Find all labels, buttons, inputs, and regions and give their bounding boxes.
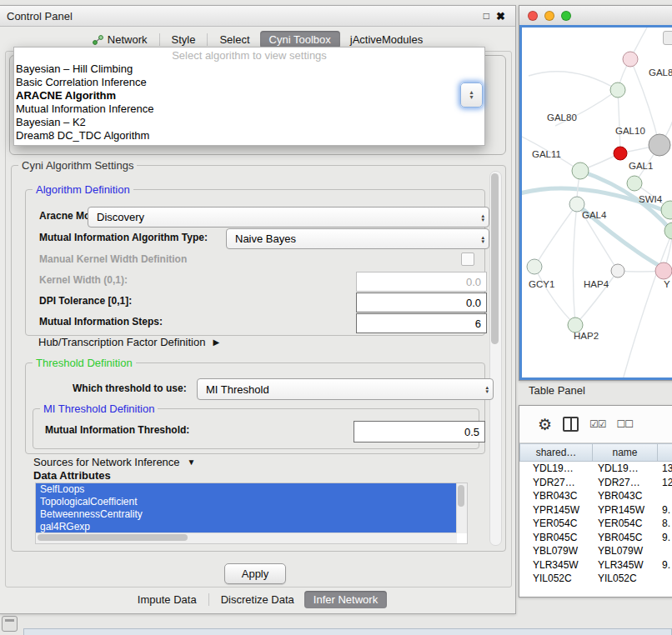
tab-select[interactable]: Select	[210, 31, 258, 48]
tab-network[interactable]: Network	[83, 31, 157, 48]
network-node[interactable]	[655, 262, 672, 279]
network-node[interactable]	[611, 264, 624, 278]
close-button[interactable]	[528, 11, 538, 21]
network-edge[interactable]	[618, 90, 620, 153]
table-cell: YBL079W	[593, 544, 658, 558]
network-canvas[interactable]: GAL8GAL80GAL10GAL11GAL1SWI4GAL4GCY1HAP4Y…	[522, 28, 672, 378]
minimize-button[interactable]	[544, 11, 554, 21]
algorithm-option[interactable]: ARACNE Algorithm	[14, 89, 484, 102]
table-row[interactable]: YPR145WYPR145W9.	[519, 503, 672, 518]
settings-scrollbar-thumb[interactable]	[491, 173, 499, 344]
hub-definition-expander[interactable]: Hub/Transcription Factor Definition ▶	[38, 336, 219, 348]
table-row[interactable]: YDL19…YDL19…13	[519, 462, 672, 476]
table-cell	[658, 572, 672, 586]
data-attributes-rows: SelfLoopsTopologicalCoefficientBetweenne…	[36, 483, 457, 533]
chevron-down-icon: ▼	[188, 458, 196, 467]
network-node[interactable]	[627, 176, 642, 191]
network-node[interactable]	[610, 82, 625, 98]
table-cell: YBR043C	[519, 489, 593, 503]
close-icon[interactable]: ✖	[493, 10, 509, 22]
table-header: shared… name	[519, 443, 672, 462]
stepper-icon: ▴▾	[481, 235, 484, 243]
table-row[interactable]: YER054CYER054C8.	[519, 517, 672, 531]
data-attribute-item[interactable]: gal4RGexp	[36, 521, 457, 533]
mi-algorithm-type-select[interactable]: Naive Bayes ▴▾	[226, 228, 489, 249]
algorithm-option[interactable]: Basic Correlation Inference	[14, 76, 484, 89]
data-attribute-item[interactable]: SelfLoops	[36, 483, 457, 496]
table-row[interactable]: YDR27…YDR27…12	[519, 476, 672, 490]
network-node[interactable]	[649, 134, 670, 156]
algorithm-option[interactable]: Dream8 DC_TDC Algorithm	[14, 129, 484, 142]
table-cell: YDR27…	[593, 476, 658, 490]
table-cell	[658, 544, 672, 558]
network-node[interactable]	[623, 52, 638, 67]
table-row[interactable]: YBR045CYBR045C9.	[519, 531, 672, 545]
tab-cyni-toolbox[interactable]: Cyni Toolbox	[260, 31, 340, 48]
table-cell: YBR045C	[519, 531, 593, 545]
tab-discretize-data[interactable]: Discretize Data	[212, 591, 303, 608]
network-edge[interactable]	[529, 72, 618, 90]
table-row[interactable]: YBL079WYBL079W	[519, 544, 672, 558]
network-node[interactable]	[572, 162, 589, 179]
kernel-width-field[interactable]: 0.0	[356, 272, 487, 292]
mi-threshold-field[interactable]: 0.5	[354, 421, 485, 442]
table-panel-title: Table Panel	[529, 384, 585, 397]
algorithm-combo-stepper[interactable]: ▴ ▾	[460, 82, 483, 108]
network-edge[interactable]	[534, 267, 575, 325]
tab-impute-data[interactable]: Impute Data	[128, 591, 206, 608]
apply-button[interactable]: Apply	[224, 563, 286, 584]
float-icon[interactable]: □	[480, 10, 493, 22]
dpi-tolerance-field[interactable]: 0.0	[356, 292, 487, 312]
cyni-algorithm-settings-group: Cyni Algorithm Settings Algorithm Defini…	[11, 165, 506, 552]
which-threshold-select[interactable]: MI Threshold ▴▾	[197, 378, 494, 400]
scrollbar-thumb[interactable]	[458, 485, 464, 507]
table-body: YDL19…YDL19…13YDR27…YDR27…12YBR043CYBR04…	[519, 462, 672, 586]
manual-kernel-width-checkbox[interactable]	[461, 252, 474, 266]
columns-icon[interactable]	[563, 417, 579, 432]
aracne-mode-select[interactable]: Discovery ▴▾	[88, 207, 489, 228]
network-edge[interactable]	[534, 204, 577, 267]
zoom-button[interactable]	[561, 11, 571, 21]
docked-panel-icon[interactable]	[2, 616, 18, 632]
network-node[interactable]	[527, 259, 542, 274]
dpi-tolerance-label: DPI Tolerance [0,1]:	[39, 295, 132, 307]
network-edge[interactable]	[573, 204, 577, 325]
node-label: GAL4	[582, 210, 607, 220]
network-edge[interactable]	[622, 231, 672, 378]
network-node[interactable]	[614, 147, 627, 160]
table-cell: YIL052C	[593, 572, 658, 586]
table-row[interactable]: YBR043CYBR043C	[519, 489, 672, 503]
gear-icon[interactable]: ⚙	[538, 417, 552, 432]
tab-style[interactable]: Style	[163, 31, 205, 48]
table-row[interactable]: YLR345WYLR345W9.	[519, 558, 672, 572]
settings-scrollbar[interactable]	[489, 171, 502, 546]
scrollbar-thumb[interactable]	[38, 534, 188, 541]
mi-steps-field[interactable]: 6	[356, 313, 487, 333]
algorithm-option[interactable]: Bayesian – K2	[14, 116, 484, 129]
data-attribute-item[interactable]: BetweennessCentrality	[36, 508, 457, 521]
view-gadget[interactable]	[663, 31, 672, 45]
table-cell	[658, 489, 672, 503]
panel-title: Control Panel	[7, 10, 480, 22]
table-cell: YER054C	[593, 517, 658, 531]
deselect-all-icon[interactable]: ☐☐	[617, 418, 634, 430]
algorithm-option[interactable]: Mutual Information Inference	[14, 102, 484, 116]
column-header-name[interactable]: name	[593, 443, 658, 462]
algorithm-option[interactable]: Bayesian – Hill Climbing	[14, 62, 484, 76]
group-title: Algorithm Definition	[33, 183, 133, 196]
table-cell: YPR145W	[519, 503, 593, 518]
tab-jactivemodules[interactable]: jActiveModules	[341, 31, 432, 48]
table-panel-window: ⚙ ☑☑ ☐☐ shared… name YDL19…YDL19…13YDR27…	[519, 405, 672, 598]
select-all-icon[interactable]: ☑☑	[589, 418, 606, 430]
column-header-cut[interactable]	[658, 443, 672, 462]
column-header-shared-name[interactable]: shared…	[519, 443, 593, 462]
node-label: GAL11	[532, 149, 561, 159]
chevron-right-icon: ▶	[213, 338, 219, 347]
sources-expander[interactable]: Sources for Network Inference ▼	[33, 456, 195, 468]
list-vertical-scrollbar[interactable]	[456, 483, 467, 533]
data-attribute-item[interactable]: TopologicalCoefficient	[36, 496, 457, 508]
mi-threshold-definition-group: MI Threshold Definition Mutual Informati…	[33, 408, 479, 449]
table-row[interactable]: YIL052CYIL052C	[519, 572, 672, 586]
tab-infer-network[interactable]: Infer Network	[304, 591, 387, 608]
list-horizontal-scrollbar[interactable]	[36, 532, 457, 543]
